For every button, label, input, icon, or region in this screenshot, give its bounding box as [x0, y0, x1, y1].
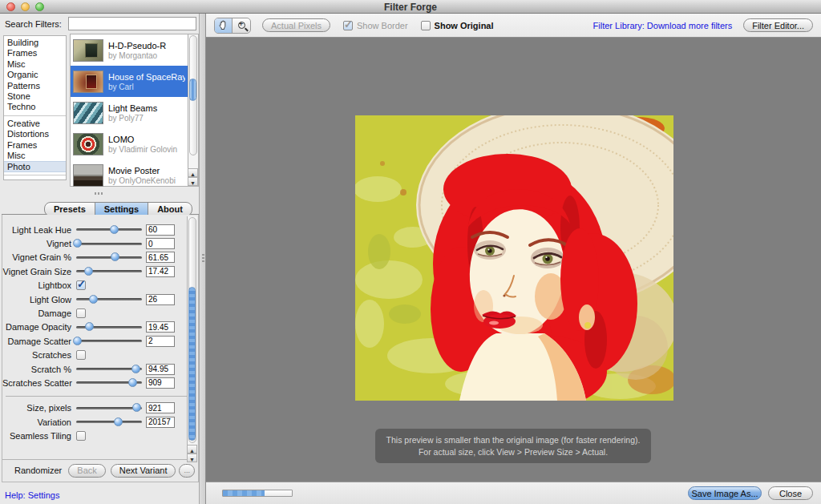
filter-list-item[interactable]: Light Beams by Poly77 — [71, 97, 188, 128]
more-options-button[interactable]: ... — [179, 464, 195, 478]
scrollbar-thumb[interactable] — [188, 287, 196, 441]
save-image-as-button[interactable]: Save Image As... — [688, 486, 762, 500]
slider[interactable] — [76, 270, 142, 272]
slider-thumb[interactable] — [89, 295, 98, 304]
setting-value-input[interactable] — [146, 321, 175, 333]
setting-value-input[interactable] — [146, 294, 175, 305]
scroll-down-icon[interactable] — [188, 177, 198, 186]
category-item[interactable]: Stone — [4, 91, 66, 102]
category-item[interactable]: Techno — [4, 102, 66, 112]
filter-editor-button[interactable]: Filter Editor... — [743, 18, 813, 32]
actual-pixels-button[interactable]: Actual Pixels — [262, 18, 330, 32]
setting-value-input[interactable] — [146, 402, 175, 413]
setting-value-input[interactable] — [146, 377, 175, 389]
next-variant-button[interactable]: Next Variant — [111, 464, 176, 478]
filter-list-item[interactable]: LOMO by Vladimir Golovin — [71, 128, 188, 159]
title-bar[interactable]: Filter Forge — [0, 0, 821, 14]
search-row: Search Filters: — [0, 14, 199, 34]
slider-thumb[interactable] — [73, 337, 82, 345]
filter-list[interactable]: H-D-Pseudo-R by Morgantao House of Space… — [70, 34, 199, 187]
category-item[interactable]: Misc — [4, 59, 66, 70]
setting-value-input[interactable] — [146, 224, 175, 236]
category-item[interactable]: Organic — [4, 70, 66, 80]
filter-list-item-selected[interactable]: House of SpaceRays' Lig... by Carl — [71, 66, 188, 97]
slider[interactable] — [76, 243, 142, 245]
filter-author: by Poly77 — [108, 114, 144, 123]
slider[interactable] — [76, 368, 142, 370]
horizontal-splitter[interactable] — [0, 188, 199, 198]
tab-settings[interactable]: Settings — [95, 203, 148, 216]
slider-thumb[interactable] — [85, 322, 94, 331]
setting-value-input[interactable] — [146, 238, 175, 249]
scroll-down-icon[interactable] — [187, 454, 197, 462]
show-border-label: Show Border — [357, 21, 408, 30]
filter-list-scrollbar[interactable] — [188, 34, 198, 186]
back-button[interactable]: Back — [68, 464, 105, 478]
category-item-selected[interactable]: Photo — [4, 161, 66, 172]
slider-thumb[interactable] — [132, 403, 141, 412]
tab-about[interactable]: About — [148, 203, 192, 216]
setting-row: Damage Opacity — [2, 321, 177, 334]
category-item[interactable]: Frames — [4, 140, 66, 151]
slider-thumb[interactable] — [84, 267, 93, 276]
scrollbar-thumb[interactable] — [189, 79, 196, 101]
slider-thumb[interactable] — [111, 252, 119, 261]
tab-presets[interactable]: Presets — [45, 203, 95, 216]
scroll-up-icon[interactable] — [187, 445, 197, 454]
slider[interactable] — [76, 326, 142, 329]
slider[interactable] — [76, 256, 142, 259]
preview-toolbar: Actual Pixels Show Border Show Original … — [206, 14, 821, 38]
category-item[interactable]: Building — [4, 38, 66, 48]
setting-label: Variation — [2, 417, 76, 427]
hand-tool-button[interactable] — [215, 18, 233, 33]
category-item[interactable]: Creative — [4, 119, 66, 129]
scroll-up-icon[interactable] — [188, 168, 198, 177]
slider-thumb[interactable] — [128, 378, 137, 387]
show-original-checkbox[interactable] — [421, 21, 431, 30]
setting-value-input[interactable] — [146, 266, 175, 277]
show-border-checkbox[interactable] — [343, 21, 353, 30]
scratches-checkbox[interactable] — [76, 350, 86, 360]
preview-canvas[interactable]: This preview is smaller than the origina… — [206, 38, 821, 482]
slider[interactable] — [76, 407, 142, 409]
settings-scrollbar[interactable] — [187, 216, 197, 462]
seamless-tiling-checkbox[interactable] — [76, 431, 86, 441]
setting-value-input[interactable] — [146, 364, 175, 375]
window-title: Filter Forge — [0, 2, 821, 13]
category-item[interactable]: Misc — [4, 151, 66, 161]
close-button[interactable]: Close — [768, 486, 813, 500]
filter-library-link[interactable]: Filter Library: Download more filters — [593, 21, 733, 30]
slider[interactable] — [76, 298, 142, 300]
category-item[interactable]: Patterns — [4, 81, 66, 91]
slider[interactable] — [76, 228, 142, 231]
filter-title: H-D-Pseudo-R — [108, 41, 166, 50]
panel-splitter[interactable] — [199, 14, 206, 504]
setting-value-input[interactable] — [146, 336, 175, 347]
filter-thumbnail — [73, 39, 103, 62]
category-item[interactable]: Frames — [4, 48, 66, 58]
category-item[interactable]: Search — [4, 178, 66, 180]
slider-thumb[interactable] — [110, 225, 119, 234]
slider-thumb[interactable] — [114, 417, 123, 426]
filter-list-item[interactable]: H-D-Pseudo-R by Morgantao — [71, 34, 188, 66]
randomizer-label: Randomizer — [2, 466, 68, 475]
filter-list-item[interactable]: Movie Poster by OnlyOneKenobi — [71, 159, 188, 191]
setting-value-input[interactable] — [146, 417, 175, 428]
slider-thumb[interactable] — [73, 239, 82, 248]
hand-icon — [218, 20, 229, 30]
splitter-grip-icon — [95, 192, 103, 195]
slider[interactable] — [76, 421, 142, 423]
filter-author: by Vladimir Golovin — [108, 145, 177, 154]
lightbox-checkbox[interactable] — [76, 280, 86, 290]
category-item[interactable]: Distortions — [4, 129, 66, 139]
slider[interactable] — [76, 340, 142, 342]
setting-value-input[interactable] — [146, 252, 175, 263]
help-settings-link[interactable]: Help: Settings — [5, 490, 59, 500]
setting-row: Light Leak Hue — [2, 223, 177, 236]
slider-thumb[interactable] — [131, 365, 140, 373]
damage-checkbox[interactable] — [76, 308, 86, 318]
zoom-tool-button[interactable] — [233, 18, 250, 33]
slider[interactable] — [76, 381, 142, 384]
category-list[interactable]: Building Frames Misc Organic Patterns St… — [3, 35, 67, 180]
search-input[interactable] — [68, 17, 196, 30]
